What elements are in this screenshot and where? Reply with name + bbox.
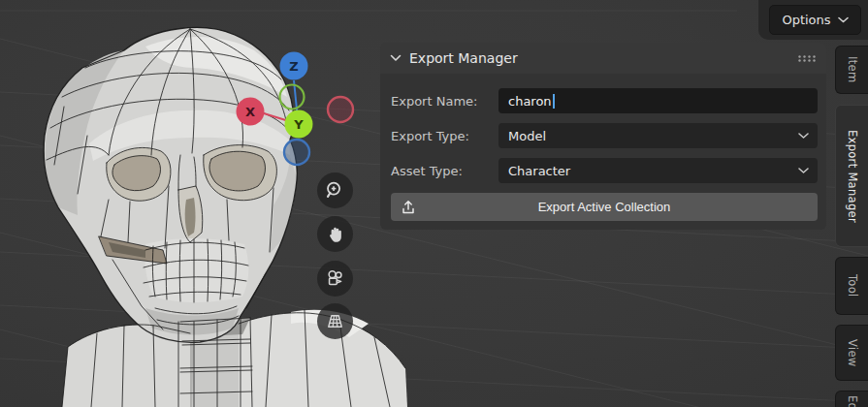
chevron-down-icon	[798, 133, 809, 140]
export-name-input[interactable]: charon	[498, 88, 818, 113]
options-button[interactable]: Options	[769, 5, 861, 35]
skeleton-mesh-model[interactable]	[0, 0, 427, 407]
panel-body: Export Name: charon Export Type: Model A…	[380, 74, 826, 230]
blender-3d-viewport: Options Z X Y	[0, 0, 868, 407]
tab-tool[interactable]: Tool	[835, 257, 868, 315]
svg-text:X: X	[245, 105, 255, 119]
export-name-value: charon	[508, 94, 552, 109]
asset-type-dropdown[interactable]: Character	[498, 158, 818, 183]
gizmo-axis-y[interactable]: Y	[285, 110, 313, 139]
gizmo-axis-z[interactable]: Z	[280, 52, 308, 80]
camera-view-button[interactable]	[317, 261, 353, 297]
export-name-row: Export Name: charon	[391, 88, 818, 113]
asset-type-row: Asset Type: Character	[391, 158, 818, 183]
export-type-dropdown[interactable]: Model	[498, 123, 818, 148]
viewport-header-corner: Options	[758, 0, 868, 40]
pan-button[interactable]	[317, 216, 353, 252]
tab-export-manager[interactable]: Export Manager	[835, 105, 868, 247]
gizmo-axis-x[interactable]: X	[237, 98, 265, 126]
panel-drag-handle[interactable]	[797, 54, 817, 63]
magnifier-plus-icon	[324, 179, 346, 202]
gizmo-axis-y-negative[interactable]	[280, 85, 305, 110]
export-type-value: Model	[508, 129, 546, 143]
svg-text:Y: Y	[293, 117, 304, 132]
export-button-label: Export Active Collection	[538, 200, 671, 214]
navigation-gizmo[interactable]: Z X Y	[228, 44, 359, 170]
gizmo-axis-x-negative[interactable]	[328, 97, 353, 122]
svg-text:Z: Z	[289, 59, 298, 74]
tab-item[interactable]: Item	[835, 46, 868, 94]
perspective-grid-icon	[324, 310, 346, 332]
chevron-down-icon	[798, 168, 809, 174]
gizmo-axis-z-negative[interactable]	[284, 140, 309, 165]
panel-title: Export Manager	[409, 50, 518, 66]
toggle-grid-button[interactable]	[317, 303, 353, 339]
upload-arrow-icon	[400, 199, 417, 216]
export-active-collection-button[interactable]: Export Active Collection	[391, 193, 818, 221]
chevron-down-icon	[390, 54, 402, 62]
hand-icon	[325, 224, 346, 245]
chevron-down-icon	[838, 16, 849, 23]
options-button-label: Options	[782, 13, 830, 27]
asset-type-label: Asset Type:	[391, 164, 498, 178]
export-type-row: Export Type: Model	[391, 123, 818, 148]
zoom-button[interactable]	[317, 172, 353, 208]
export-type-label: Export Type:	[391, 129, 498, 143]
asset-type-value: Character	[508, 164, 570, 178]
tab-view[interactable]: View	[835, 325, 868, 381]
movie-camera-icon	[324, 267, 346, 290]
text-cursor	[553, 94, 555, 109]
export-name-label: Export Name:	[391, 94, 498, 109]
tab-edit-truncated[interactable]: Ed	[835, 391, 868, 407]
export-manager-panel: Export Manager Export Name: charon E	[380, 43, 826, 230]
panel-header[interactable]: Export Manager	[380, 43, 826, 74]
